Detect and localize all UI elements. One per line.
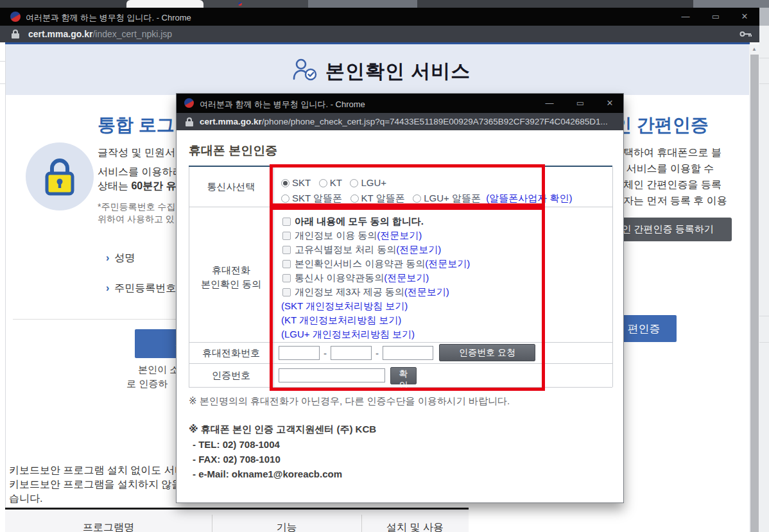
radio-icon[interactable] xyxy=(319,179,327,187)
consent-item: 본인확인서비스 이용약관 동의(전문보기) xyxy=(282,258,470,270)
caption-line: 로 인증하 xyxy=(126,378,168,390)
url-path: /index_cert_npki.jsp xyxy=(92,29,172,39)
view-terms-link[interactable]: (전문보기) xyxy=(384,272,429,283)
radio-kt-mvno[interactable]: KT 알뜰폰 xyxy=(350,193,405,203)
checkbox-icon[interactable] xyxy=(282,288,291,296)
lock-badge xyxy=(26,142,94,210)
phone-part2-input[interactable] xyxy=(331,346,372,360)
background-tab[interactable] xyxy=(308,0,417,8)
request-code-button[interactable]: 인증번호 요청 xyxy=(439,344,535,361)
lock-icon xyxy=(12,30,19,39)
login-note-line: *주민등록번호 수집 xyxy=(98,202,175,213)
lgu-privacy-link[interactable]: (LGU+ 개인정보처리방침 보기) xyxy=(281,329,415,341)
keyboard-security-line: 습니다. xyxy=(9,492,42,506)
divider xyxy=(759,316,769,316)
consent-item: 개인정보 이용 동의(전문보기) xyxy=(282,230,422,242)
popup-title: 여러분과 함께 하는 병무청 입니다. - Chrome xyxy=(200,99,365,110)
maximize-icon[interactable]: ▭ xyxy=(708,12,723,22)
view-terms-link[interactable]: (전문보기) xyxy=(425,258,470,269)
consent-label: 휴대전화 xyxy=(189,264,273,277)
background-tab-strip xyxy=(0,0,769,8)
main-window-urlbar: cert.mma.go.kr/index_cert_npki.jsp xyxy=(0,26,759,42)
maximize-icon[interactable]: ▭ xyxy=(573,98,587,108)
scroll-up-icon[interactable]: ▲ xyxy=(749,46,759,52)
login-note-line: 위하여 사용하고 있 xyxy=(98,214,175,225)
checkbox-icon[interactable] xyxy=(282,232,291,240)
url-host: cert.mma.go.kr xyxy=(200,117,262,126)
consent-item: 통신사 이용약관동의(전문보기) xyxy=(282,272,429,284)
popup-heading: 휴대폰 본인인증 xyxy=(189,142,277,159)
phone-auth-popup: 여러분과 함께 하는 병무청 입니다. - Chrome — ▭ ✕ cert.… xyxy=(176,93,624,503)
phone-part1-input[interactable] xyxy=(279,346,320,360)
radio-icon[interactable] xyxy=(350,194,359,203)
code-label: 인증번호 xyxy=(189,363,273,387)
mvno-operator-link[interactable]: (알뜰폰사업자 확인) xyxy=(486,193,572,203)
minimize-icon[interactable]: — xyxy=(678,12,693,22)
background-tab[interactable] xyxy=(203,0,308,8)
column-header-install: 설치 및 사용 xyxy=(361,521,469,532)
phone-part3-input[interactable] xyxy=(383,346,433,360)
code-input[interactable] xyxy=(279,368,385,382)
scrollbar[interactable]: ▲ xyxy=(749,44,759,532)
radio-lgu[interactable]: LGU+ xyxy=(350,177,386,188)
support-heading: ※ 휴대폰 본인 인증 고객지원센터 (주) KCB xyxy=(189,424,376,436)
padlock-icon xyxy=(43,157,76,196)
radio-icon[interactable] xyxy=(281,194,289,203)
popup-url[interactable]: cert.mma.go.kr/phone/phone_check_cert.js… xyxy=(200,117,608,126)
carrier-label: 통신사선택 xyxy=(189,167,273,207)
close-icon[interactable]: ✕ xyxy=(737,12,752,22)
kt-privacy-link[interactable]: (KT 개인정보처리방침 보기) xyxy=(281,314,401,327)
main-window-title: 여러분과 함께 하는 병무청 입니다. - Chrome xyxy=(26,12,191,24)
divider xyxy=(13,319,188,320)
checkbox-icon[interactable] xyxy=(282,274,291,282)
skt-privacy-link[interactable]: (SKT 개인정보처리방침 보기) xyxy=(281,300,408,313)
caption-line: 본인이 소 xyxy=(138,364,179,376)
background-tab[interactable] xyxy=(126,0,203,8)
table-right-border xyxy=(612,167,613,387)
radio-icon[interactable] xyxy=(281,179,289,187)
service-title: 본인확인 서비스 xyxy=(325,58,471,85)
checkbox-icon[interactable] xyxy=(282,246,291,254)
key-icon[interactable] xyxy=(739,30,752,38)
chevron-icon: › xyxy=(106,282,109,293)
main-window-titlebar: 여러분과 함께 하는 병무청 입니다. - Chrome — ▭ ✕ xyxy=(0,8,759,26)
divider xyxy=(0,61,5,62)
content-left-border xyxy=(5,44,6,532)
keyboard-security-line: 키보드보안 프로그램을 설치하지 않을 xyxy=(9,478,182,492)
divider xyxy=(759,58,769,58)
view-terms-link[interactable]: (전문보기) xyxy=(377,230,422,241)
minimize-icon[interactable]: — xyxy=(542,98,557,108)
service-title-band: 본인확인 서비스 xyxy=(6,44,749,95)
view-terms-link[interactable]: (전문보기) xyxy=(404,286,449,297)
checkbox-icon[interactable] xyxy=(282,260,291,268)
login-desc-line: 상태는 60분간 유 xyxy=(98,180,177,193)
program-table-header: 프로그램명 기능 설치 및 사용 xyxy=(5,510,469,532)
radio-skt[interactable]: SKT xyxy=(281,177,311,188)
checkbox-icon[interactable] xyxy=(282,218,291,226)
carrier-radio-row1: SKT KT LGU+ xyxy=(281,177,386,188)
mma-favicon xyxy=(10,12,21,22)
radio-icon[interactable] xyxy=(350,179,358,187)
person-check-icon xyxy=(292,57,318,83)
background-tab[interactable] xyxy=(417,0,693,8)
radio-skt-mvno[interactable]: SKT 알뜰폰 xyxy=(281,193,342,203)
login-heading: 통합 로그 xyxy=(98,113,175,137)
simple-auth-line: 증 서비스를 이용할 수 xyxy=(613,162,714,176)
main-url[interactable]: cert.mma.go.kr/index_cert_npki.jsp xyxy=(28,29,172,39)
radio-lgu-mvno[interactable]: LGU+ 알뜰폰 xyxy=(413,193,481,203)
consent-item-all: 아래 내용에 모두 동의 합니다. xyxy=(282,216,424,228)
column-header-program: 프로그램명 xyxy=(5,521,212,532)
confirm-button[interactable]: 확인 xyxy=(390,367,417,384)
radio-icon[interactable] xyxy=(413,194,421,203)
close-icon[interactable]: ✕ xyxy=(603,98,617,108)
consent-item: 고유식별정보 처리 동의(전문보기) xyxy=(282,244,441,256)
radio-kt[interactable]: KT xyxy=(319,177,342,188)
divider xyxy=(759,83,769,84)
scrollbar-thumb[interactable] xyxy=(750,55,759,532)
consent-item: 개인정보 제3자 제공 동의(전문보기) xyxy=(282,286,449,298)
login-desc-line: 서비스를 이용하라 xyxy=(98,166,182,179)
mma-favicon xyxy=(184,98,194,108)
view-terms-link[interactable]: (전문보기) xyxy=(396,244,441,255)
simple-auth-line: 록체인 간편인증을 등록 xyxy=(613,178,721,192)
tab-favicon xyxy=(238,2,242,6)
